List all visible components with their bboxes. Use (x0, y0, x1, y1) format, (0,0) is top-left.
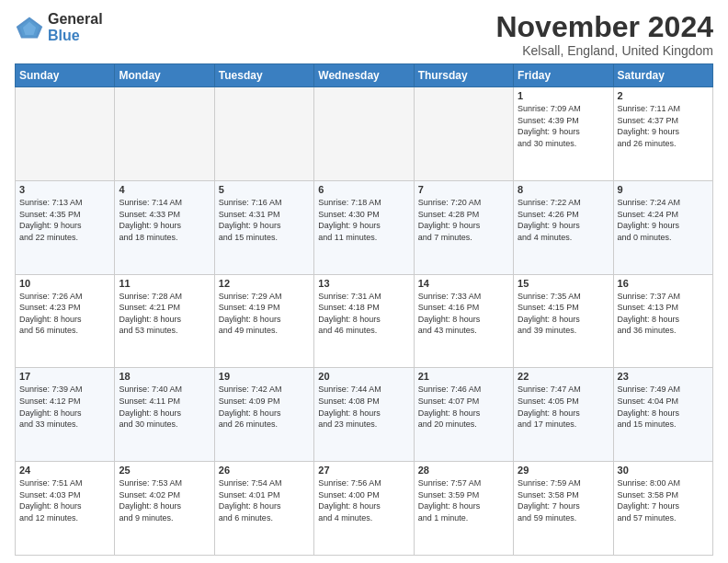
day-number: 27 (318, 465, 409, 476)
calendar-cell-4-1: 17Sunrise: 7:39 AMSunset: 4:12 PMDayligh… (16, 368, 115, 462)
day-info: Sunrise: 7:49 AMSunset: 4:04 PMDaylight:… (618, 384, 709, 430)
day-number: 12 (219, 278, 310, 289)
day-info: Sunrise: 7:28 AMSunset: 4:21 PMDaylight:… (119, 291, 210, 337)
calendar-table: Sunday Monday Tuesday Wednesday Thursday… (15, 63, 713, 556)
day-number: 14 (418, 278, 509, 289)
day-number: 4 (119, 184, 210, 195)
calendar-cell-3-5: 14Sunrise: 7:33 AMSunset: 4:16 PMDayligh… (414, 274, 513, 368)
calendar-cell-1-3 (214, 87, 313, 181)
calendar-cell-2-2: 4Sunrise: 7:14 AMSunset: 4:33 PMDaylight… (115, 180, 214, 274)
calendar-cell-2-3: 5Sunrise: 7:16 AMSunset: 4:31 PMDaylight… (214, 180, 313, 274)
calendar-cell-5-5: 28Sunrise: 7:57 AMSunset: 3:59 PMDayligh… (414, 462, 513, 556)
calendar-cell-1-2 (115, 87, 214, 181)
calendar-cell-1-1 (16, 87, 115, 181)
day-number: 7 (418, 184, 509, 195)
day-info: Sunrise: 7:46 AMSunset: 4:07 PMDaylight:… (418, 384, 509, 430)
day-number: 29 (518, 465, 609, 476)
day-info: Sunrise: 7:40 AMSunset: 4:11 PMDaylight:… (119, 384, 210, 430)
day-number: 23 (618, 371, 709, 382)
calendar-cell-3-4: 13Sunrise: 7:31 AMSunset: 4:18 PMDayligh… (314, 274, 414, 368)
col-header-friday: Friday (514, 64, 613, 87)
calendar-cell-3-6: 15Sunrise: 7:35 AMSunset: 4:15 PMDayligh… (514, 274, 613, 368)
day-info: Sunrise: 7:37 AMSunset: 4:13 PMDaylight:… (618, 291, 709, 337)
calendar-cell-4-4: 20Sunrise: 7:44 AMSunset: 4:08 PMDayligh… (314, 368, 414, 462)
day-info: Sunrise: 8:00 AMSunset: 3:58 PMDaylight:… (618, 477, 709, 523)
day-info: Sunrise: 7:51 AMSunset: 4:03 PMDaylight:… (19, 477, 110, 523)
calendar-cell-2-6: 8Sunrise: 7:22 AMSunset: 4:26 PMDaylight… (514, 180, 613, 274)
day-number: 26 (219, 465, 310, 476)
day-info: Sunrise: 7:09 AMSunset: 4:39 PMDaylight:… (518, 103, 609, 149)
day-info: Sunrise: 7:31 AMSunset: 4:18 PMDaylight:… (318, 291, 409, 337)
month-title: November 2024 (495, 11, 713, 43)
calendar-week-3: 10Sunrise: 7:26 AMSunset: 4:23 PMDayligh… (16, 274, 713, 368)
logo-blue-text: Blue (48, 28, 103, 44)
day-number: 20 (318, 371, 409, 382)
day-number: 1 (518, 90, 609, 101)
logo-text: General Blue (48, 11, 103, 43)
calendar-cell-1-7: 2Sunrise: 7:11 AMSunset: 4:37 PMDaylight… (613, 87, 712, 181)
calendar-cell-4-7: 23Sunrise: 7:49 AMSunset: 4:04 PMDayligh… (613, 368, 712, 462)
day-number: 5 (219, 184, 310, 195)
day-number: 9 (618, 184, 709, 195)
calendar-week-1: 1Sunrise: 7:09 AMSunset: 4:39 PMDaylight… (16, 87, 713, 181)
calendar-cell-2-4: 6Sunrise: 7:18 AMSunset: 4:30 PMDaylight… (314, 180, 414, 274)
day-info: Sunrise: 7:33 AMSunset: 4:16 PMDaylight:… (418, 291, 509, 337)
calendar-cell-3-7: 16Sunrise: 7:37 AMSunset: 4:13 PMDayligh… (613, 274, 712, 368)
calendar-header-row: Sunday Monday Tuesday Wednesday Thursday… (16, 64, 713, 87)
day-info: Sunrise: 7:39 AMSunset: 4:12 PMDaylight:… (19, 384, 110, 430)
col-header-sunday: Sunday (16, 64, 115, 87)
day-info: Sunrise: 7:16 AMSunset: 4:31 PMDaylight:… (219, 197, 310, 243)
calendar-week-2: 3Sunrise: 7:13 AMSunset: 4:35 PMDaylight… (16, 180, 713, 274)
calendar-cell-5-3: 26Sunrise: 7:54 AMSunset: 4:01 PMDayligh… (214, 462, 313, 556)
day-info: Sunrise: 7:29 AMSunset: 4:19 PMDaylight:… (219, 291, 310, 337)
calendar-cell-3-2: 11Sunrise: 7:28 AMSunset: 4:21 PMDayligh… (115, 274, 214, 368)
col-header-wednesday: Wednesday (314, 64, 414, 87)
day-info: Sunrise: 7:24 AMSunset: 4:24 PMDaylight:… (618, 197, 709, 243)
calendar-week-4: 17Sunrise: 7:39 AMSunset: 4:12 PMDayligh… (16, 368, 713, 462)
calendar-cell-3-3: 12Sunrise: 7:29 AMSunset: 4:19 PMDayligh… (214, 274, 313, 368)
day-info: Sunrise: 7:44 AMSunset: 4:08 PMDaylight:… (318, 384, 409, 430)
day-number: 6 (318, 184, 409, 195)
calendar-cell-2-1: 3Sunrise: 7:13 AMSunset: 4:35 PMDaylight… (16, 180, 115, 274)
page: General Blue November 2024 Kelsall, Engl… (0, 0, 728, 563)
day-number: 24 (19, 465, 110, 476)
day-number: 11 (119, 278, 210, 289)
day-info: Sunrise: 7:22 AMSunset: 4:26 PMDaylight:… (518, 197, 609, 243)
day-number: 13 (318, 278, 409, 289)
day-info: Sunrise: 7:13 AMSunset: 4:35 PMDaylight:… (19, 197, 110, 243)
day-info: Sunrise: 7:57 AMSunset: 3:59 PMDaylight:… (418, 477, 509, 523)
header: General Blue November 2024 Kelsall, Engl… (15, 11, 713, 58)
day-number: 2 (618, 90, 709, 101)
day-info: Sunrise: 7:53 AMSunset: 4:02 PMDaylight:… (119, 477, 210, 523)
col-header-saturday: Saturday (613, 64, 712, 87)
day-number: 16 (618, 278, 709, 289)
day-info: Sunrise: 7:18 AMSunset: 4:30 PMDaylight:… (318, 197, 409, 243)
day-info: Sunrise: 7:35 AMSunset: 4:15 PMDaylight:… (518, 291, 609, 337)
calendar-cell-5-4: 27Sunrise: 7:56 AMSunset: 4:00 PMDayligh… (314, 462, 414, 556)
day-number: 22 (518, 371, 609, 382)
calendar-cell-1-5 (414, 87, 513, 181)
day-number: 10 (19, 278, 110, 289)
day-number: 17 (19, 371, 110, 382)
calendar-cell-3-1: 10Sunrise: 7:26 AMSunset: 4:23 PMDayligh… (16, 274, 115, 368)
day-number: 25 (119, 465, 210, 476)
day-info: Sunrise: 7:42 AMSunset: 4:09 PMDaylight:… (219, 384, 310, 430)
col-header-tuesday: Tuesday (214, 64, 313, 87)
day-number: 3 (19, 184, 110, 195)
col-header-monday: Monday (115, 64, 214, 87)
logo-general-text: General (48, 11, 103, 28)
title-block: November 2024 Kelsall, England, United K… (495, 11, 713, 58)
calendar-cell-2-7: 9Sunrise: 7:24 AMSunset: 4:24 PMDaylight… (613, 180, 712, 274)
day-number: 30 (618, 465, 709, 476)
day-number: 21 (418, 371, 509, 382)
calendar-cell-5-2: 25Sunrise: 7:53 AMSunset: 4:02 PMDayligh… (115, 462, 214, 556)
calendar-cell-5-6: 29Sunrise: 7:59 AMSunset: 3:58 PMDayligh… (514, 462, 613, 556)
calendar-cell-1-4 (314, 87, 414, 181)
day-info: Sunrise: 7:56 AMSunset: 4:00 PMDaylight:… (318, 477, 409, 523)
calendar-cell-1-6: 1Sunrise: 7:09 AMSunset: 4:39 PMDaylight… (514, 87, 613, 181)
day-number: 18 (119, 371, 210, 382)
day-info: Sunrise: 7:59 AMSunset: 3:58 PMDaylight:… (518, 477, 609, 523)
calendar-cell-5-7: 30Sunrise: 8:00 AMSunset: 3:58 PMDayligh… (613, 462, 712, 556)
day-number: 15 (518, 278, 609, 289)
calendar-cell-2-5: 7Sunrise: 7:20 AMSunset: 4:28 PMDaylight… (414, 180, 513, 274)
